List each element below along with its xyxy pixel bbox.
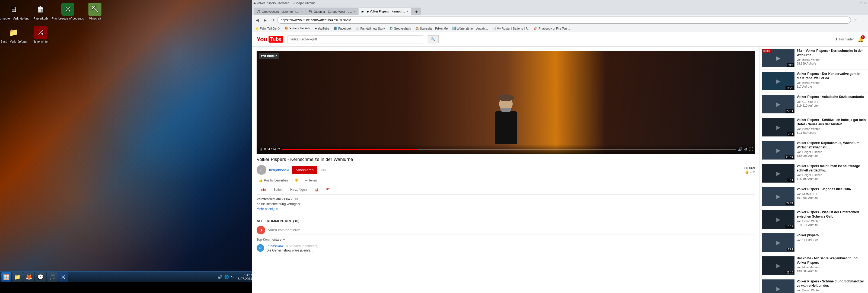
desktop-icon-row-1: 🖥 Computer- Verknüpfung 🗑 Papierkorb ⚔ P… — [3, 3, 106, 20]
sidebar-info-8: volker pispers von SELBSJOM — [797, 233, 866, 252]
bookmark-startseite[interactable]: 🏠 Startseite - Prixer.Me — [414, 26, 450, 31]
info-tab-info[interactable]: Info — [257, 185, 270, 194]
upload-button[interactable]: ⬆ Hochladen — [835, 37, 855, 41]
desktop-icon-recycle[interactable]: 🗑 Papierkorb — [30, 3, 52, 20]
volume-button[interactable]: 🔊 — [738, 147, 742, 151]
sidebar-thumb-7: ▶ 15:17 — [762, 210, 795, 229]
address-bar[interactable] — [277, 17, 851, 24]
like-button[interactable]: 👍 Positiv bewerten — [257, 177, 290, 183]
back-button[interactable]: ◀ — [254, 17, 261, 24]
play-pause-button[interactable]: ⏸ — [259, 147, 262, 151]
bookmark-grooveshark[interactable]: 🎵 Grooveshark — [388, 26, 412, 31]
bookmark-worterzahler[interactable]: 🔢 Wörterzähler - Anzahl... — [451, 26, 490, 31]
sidebar-video-6[interactable]: ▶ 24:24 Volker Pispers - Jagodas Idee 20… — [760, 185, 868, 208]
bookmark-youtube[interactable]: ▶ YouTube — [313, 26, 331, 31]
video-player[interactable]: zdf.kultur ⏸ — [257, 51, 755, 154]
sidebar-video-9[interactable]: ▶ 22:18 Backhilfe - Mit Sahra Wagenknech… — [760, 254, 868, 277]
sidebar-channel-1: von Bernd Winter — [797, 81, 866, 84]
settings-button[interactable]: ⋮ — [860, 17, 867, 24]
page-content: You Tube 🔍 ⬆ Hochladen 🔔 3 — [252, 32, 868, 293]
tab-youtube[interactable]: ▶ ▶ Volker Pispers - Kernsch... ✕ — [359, 8, 411, 15]
taskbar-chat[interactable]: 💬 — [35, 272, 46, 282]
sidebar-duration-0: 50:4 — [787, 63, 794, 67]
sidebar-video-3[interactable]: ▶ 7:11 Volker Pispers - Schöße, ich habe… — [760, 116, 868, 139]
info-tab-report[interactable]: 🚩 — [322, 185, 334, 194]
bookmark-fairytailarts[interactable]: 🎨 ➤ Fairy Tail Arts — [283, 26, 312, 31]
sidebar-video-0[interactable]: ▶ 50:4 ▤ 86x 86x – Volker Pispers - Kern… — [760, 47, 868, 70]
taskbar-league-taskbar[interactable]: ⚔ — [58, 272, 68, 282]
bookmark-myroster[interactable]: 📋 My Roster | Saffe to | F... — [491, 26, 531, 31]
commenter-name[interactable]: Rubashkow — [267, 244, 283, 248]
desktop-icon-minecraft[interactable]: ⛏ Minecraft — [84, 3, 106, 20]
sidebar-title-1: Volker Pispers - Der Konservative geht i… — [797, 72, 866, 80]
share-button[interactable]: ↪ Teilen — [303, 177, 319, 183]
grooveshark-tab-close[interactable]: ✕ — [300, 10, 302, 13]
sidebar-info-4: Volker Pispers: Kapitalismus, Wachstum, … — [797, 141, 866, 159]
forward-button[interactable]: ▶ — [261, 17, 269, 24]
taskbar-music[interactable]: 🎵 — [46, 272, 58, 282]
security-icon[interactable]: 🛡 — [230, 274, 236, 280]
desktop-icon-computer[interactable]: 🖥 Computer- Verknüpfung — [3, 3, 24, 20]
mehr-anzeigen-link[interactable]: Mehr anzeigen — [257, 207, 755, 211]
system-tray: 🔊 🌐 🛡 — [217, 274, 236, 280]
host-body — [495, 111, 517, 144]
comment-text: Die Geheimshow wäre ja einfa... — [267, 248, 318, 252]
bookmark-fairytail-story[interactable]: 📖 Fairytail new Story — [354, 26, 386, 31]
info-tab-hinzufugen[interactable]: Hinzufügen — [286, 185, 311, 194]
dislike-button[interactable]: 👎 — [292, 177, 301, 183]
notification-button[interactable]: 🔔 3 — [858, 36, 864, 42]
star-button[interactable]: ☆ — [852, 17, 859, 24]
start-button[interactable]: 🪟 — [1, 272, 11, 282]
desktop-icon-league[interactable]: ⚔ Play League of Legends — [57, 3, 79, 20]
desktop-icon-basti[interactable]: 📁 Basti - Verknüpfung — [3, 26, 24, 43]
comments-header: ALLE KOMMENTARE (16) — [257, 219, 755, 223]
subscribe-button[interactable]: Abonnieren — [292, 166, 318, 174]
sidebar-info-7: Volker Pispers - Was ist der Unterschied… — [797, 210, 866, 229]
volume-icon[interactable]: 🔊 — [217, 274, 223, 280]
info-tab-statistics[interactable]: 📊 — [311, 185, 322, 194]
sidebar-video-2[interactable]: ▶ 22:11 Volker Pispers - Asiatische Sozi… — [760, 93, 868, 116]
sidebar-video-8[interactable]: ▶ 13:1 volker pispers von SELBSJOM — [760, 231, 868, 254]
taskbar-firefox[interactable]: 🦊 — [23, 272, 34, 282]
sidebar-views-7: 319.571 Aufrufe — [797, 223, 866, 227]
taskbar-folder[interactable]: 📁 — [12, 272, 23, 282]
lol-tab-close[interactable]: ✕ — [353, 10, 355, 13]
youtube-header: You Tube 🔍 ⬆ Hochladen 🔔 3 — [252, 32, 868, 47]
reload-button[interactable]: ↺ — [269, 17, 276, 24]
network-icon[interactable]: 🌐 — [224, 274, 229, 280]
comment-input[interactable] — [268, 226, 755, 234]
sidebar-video-1[interactable]: ▶ 14:22 Volker Pispers - Der Konservativ… — [760, 70, 868, 93]
sidebar-thumb-9: ▶ 22:18 — [762, 256, 795, 275]
settings-video-button[interactable]: ⚙ — [744, 147, 748, 151]
sidebar-video-10[interactable]: ▶ 14:23 Volker Pispers - Schöneid und Sc… — [760, 277, 868, 293]
sidebar-duration-9: 22:18 — [785, 271, 794, 274]
desktop-icons: 🖥 Computer- Verknüpfung 🗑 Papierkorb ⚔ P… — [3, 3, 106, 43]
tab-lol[interactable]: 🎮 Jäden|or - Europe West - L... ✕ — [305, 8, 358, 15]
youtube-logo[interactable]: You Tube — [257, 36, 283, 43]
bookmark-fairytailgenx[interactable]: 🌟 Fairy Tail GenX — [254, 26, 282, 31]
info-tab-seiten[interactable]: Seiten — [270, 185, 286, 194]
sidebar-channel-5: von Holger Fischer — [797, 173, 866, 177]
current-time: 8:04 — [264, 148, 270, 151]
bookmark-facebook[interactable]: 📘 Facebook — [332, 26, 353, 31]
fullscreen-button[interactable]: ⛶ — [749, 147, 753, 151]
progress-bar[interactable] — [282, 149, 736, 150]
bookmark-rhapsody[interactable]: 🎸 Rhapsody of Fire Tour... — [532, 26, 572, 31]
youtube-tab-close[interactable]: ✕ — [406, 10, 408, 13]
sidebar-video-4[interactable]: ▶ 1:07:4 Volker Pispers: Kapitalismus, W… — [760, 139, 868, 162]
sidebar-video-5[interactable]: ▶ 3:11 Volker Pispers meint, man ist heu… — [760, 162, 868, 185]
maximize-button[interactable]: □ — [860, 1, 862, 5]
youtube-search-input[interactable] — [287, 35, 423, 43]
tab-grooveshark[interactable]: 🎵 Grooveshark - Listen to Fr... ✕ — [254, 8, 305, 15]
youtube-tube-text: Tube — [269, 36, 283, 42]
sort-comments[interactable]: Top-Kommentare ▼ — [257, 238, 755, 241]
youtube-search-button[interactable]: 🔍 — [428, 35, 439, 43]
channel-name-link[interactable]: herrjablonski — [269, 168, 289, 172]
minimize-button[interactable]: ─ — [856, 1, 858, 5]
sidebar-video-7[interactable]: ▶ 15:17 Volker Pispers - Was ist der Unt… — [760, 208, 868, 231]
desktop-icon-neverwinter[interactable]: ⚔ Neverwinter — [30, 26, 52, 43]
tab-new[interactable]: + — [412, 8, 421, 15]
close-button[interactable]: ✕ — [864, 1, 867, 5]
sidebar-related-videos: ▶ 50:4 ▤ 86x 86x – Volker Pispers - Kern… — [760, 47, 868, 293]
video-description: Veröffentlicht am 21.04.2013 Keine Besch… — [257, 195, 755, 214]
